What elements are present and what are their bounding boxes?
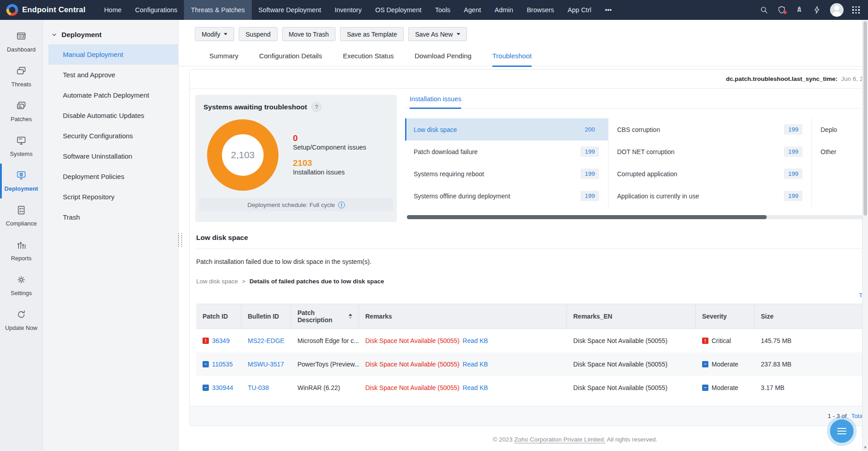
issue-item[interactable]: Systems requiring reboot 199 (405, 163, 608, 185)
toolbar-button[interactable]: Move to Trash (282, 27, 336, 41)
sidebar-item[interactable]: Deployment Policies (48, 166, 178, 187)
nav-item[interactable]: Inventory (328, 0, 368, 20)
rail-item[interactable]: Systems (0, 129, 42, 164)
toolbar-button[interactable]: Suspend (239, 27, 277, 41)
read-kb-link[interactable]: Read KB (462, 384, 488, 391)
help-icon[interactable]: ? (311, 102, 321, 112)
security-shield-icon[interactable] (777, 5, 786, 14)
bulletin-id-link[interactable]: TU-038 (248, 384, 269, 391)
rocket-icon[interactable] (795, 5, 804, 14)
sidebar-item[interactable]: Security Configurations (48, 126, 178, 146)
nav-item[interactable]: Tools (428, 0, 457, 20)
nav-item[interactable]: Software Deployment (252, 0, 328, 20)
table-header-cell[interactable]: Patch Description (291, 304, 359, 329)
toolbar-button[interactable]: Save as Template (340, 27, 404, 41)
remarks-en-cell: Disk Space Not Available (50055) (567, 337, 696, 344)
sidebar-item[interactable]: Automate Patch Deployment (48, 85, 178, 105)
nav-item[interactable]: OS Deployment (368, 0, 428, 20)
severity-icon (203, 338, 209, 344)
issue-item[interactable]: Corrupted application 199 (609, 163, 811, 185)
view-tab[interactable]: Summary (209, 52, 238, 67)
rail-item[interactable]: Compliance (0, 198, 42, 233)
nav-item[interactable]: Admin (488, 0, 520, 20)
nav-item[interactable]: Configurations (128, 0, 184, 20)
panel-title: Systems awaiting troubleshoot (203, 103, 307, 111)
horizontal-scroll-thumb[interactable] (407, 215, 767, 219)
nav-item[interactable]: Home (97, 0, 128, 20)
nav-item[interactable]: Threats & Patches (184, 0, 251, 20)
table-header-cell[interactable]: Size (755, 304, 868, 329)
patch-id-link[interactable]: 330944 (212, 384, 233, 391)
quick-actions-fab[interactable] (830, 419, 854, 443)
schedule-label: Deployment schedule: Full cycle (247, 202, 335, 208)
nav-item[interactable]: Agent (457, 0, 488, 20)
sort-icon[interactable] (349, 314, 352, 319)
issue-label: Application is currently in use (617, 193, 699, 200)
read-kb-link[interactable]: Read KB (462, 361, 488, 368)
table-header-cell[interactable]: Severity (696, 304, 755, 329)
toolbar-button[interactable]: Save As New (408, 27, 467, 41)
size-cell: 3.17 MB (755, 384, 868, 391)
table-header-cell[interactable]: Patch ID (196, 304, 241, 329)
donut-legend: 0 Setup/Component issues 2103 Installati… (293, 133, 366, 177)
rail-item[interactable]: Dashboard (0, 24, 42, 59)
apps-grid-icon[interactable] (852, 6, 860, 14)
bulletin-id-link[interactable]: MSWU-3517 (248, 361, 284, 368)
installation-issues-tab[interactable]: Installation issues (410, 95, 461, 109)
vertical-scroll-thumb[interactable] (863, 21, 867, 216)
sidebar-item[interactable]: Disable Automatic Updates (48, 105, 178, 126)
size-cell: 145.75 MB (755, 337, 868, 344)
view-tab[interactable]: Troubleshoot (492, 52, 532, 67)
sidebar-item[interactable]: Test and Approve (48, 65, 178, 85)
issue-item[interactable]: Deplo (812, 118, 868, 141)
issue-item[interactable]: Application is currently in use 199 (609, 185, 811, 207)
issue-item[interactable]: Low disk space 200 (405, 118, 608, 141)
issue-count-badge: 199 (580, 169, 599, 179)
issue-item[interactable]: DOT NET corruption 199 (609, 141, 811, 163)
issue-item[interactable]: Systems offline during deployment 199 (405, 185, 608, 207)
table-header-label: Patch ID (203, 313, 228, 320)
sidebar-section-header[interactable]: Deployment (43, 31, 178, 39)
bulletin-id-link[interactable]: MS22-EDGE (248, 337, 284, 344)
issue-item[interactable]: CBS corruption 199 (609, 118, 811, 141)
view-tab[interactable]: Execution Status (343, 52, 394, 67)
rail-item[interactable]: Deployment (0, 164, 42, 198)
view-tab[interactable]: Download Pending (415, 52, 472, 67)
table-header-cell[interactable]: Remarks_EN (567, 304, 696, 329)
rail-item-label: Update Now (5, 324, 38, 331)
patch-id-link[interactable]: 36349 (212, 337, 230, 344)
sidebar-item[interactable]: Manual Deployment (48, 44, 178, 65)
sidebar-item[interactable]: Software Uninstallation (48, 146, 178, 166)
lightning-icon[interactable] (812, 5, 821, 14)
table-row: 110535 MSWU-3517 PowerToys (Preview... D… (196, 352, 868, 376)
sidebar-resize-grip[interactable] (178, 233, 182, 247)
issue-item[interactable]: Other (812, 141, 868, 163)
rail-item[interactable]: Threats (0, 59, 42, 94)
patch-id-link[interactable]: 110535 (212, 361, 233, 368)
brand[interactable]: Endpoint Central (0, 0, 97, 20)
nav-item[interactable]: ••• (598, 0, 618, 20)
toolbar-button[interactable]: Modify (195, 27, 234, 41)
user-avatar[interactable] (830, 3, 844, 17)
read-kb-link[interactable]: Read KB (462, 337, 488, 344)
failed-patches-table: Patch ID Bulletin ID Patch Description R… (196, 304, 868, 399)
search-icon[interactable] (760, 5, 769, 14)
zoho-link[interactable]: Zoho Corporation Private Limited. (514, 436, 605, 443)
view-tab[interactable]: Configuration Details (259, 52, 322, 67)
rail-item[interactable]: Reports (0, 233, 42, 268)
nav-item[interactable]: App Ctrl (561, 0, 598, 20)
window-scrollbar[interactable] (862, 20, 868, 451)
breadcrumb-parent[interactable]: Low disk space (196, 278, 238, 285)
rail-item[interactable]: Settings (0, 268, 42, 303)
table-header-cell[interactable]: Bulletin ID (241, 304, 291, 329)
info-icon[interactable]: i (338, 202, 345, 208)
issue-item[interactable]: Patch download failure 199 (405, 141, 608, 163)
rail-item[interactable]: Patches (0, 94, 42, 129)
sidebar-item[interactable]: Trash (48, 207, 178, 227)
table-header-cell[interactable]: Remarks (359, 304, 567, 329)
sidebar-item[interactable]: Script Repository (48, 187, 178, 207)
issues-horizontal-scrollbar[interactable] (407, 215, 868, 219)
nav-item[interactable]: Browsers (520, 0, 561, 20)
scroll-down-arrow-icon[interactable] (864, 446, 867, 449)
rail-item[interactable]: Update Now (0, 303, 42, 338)
